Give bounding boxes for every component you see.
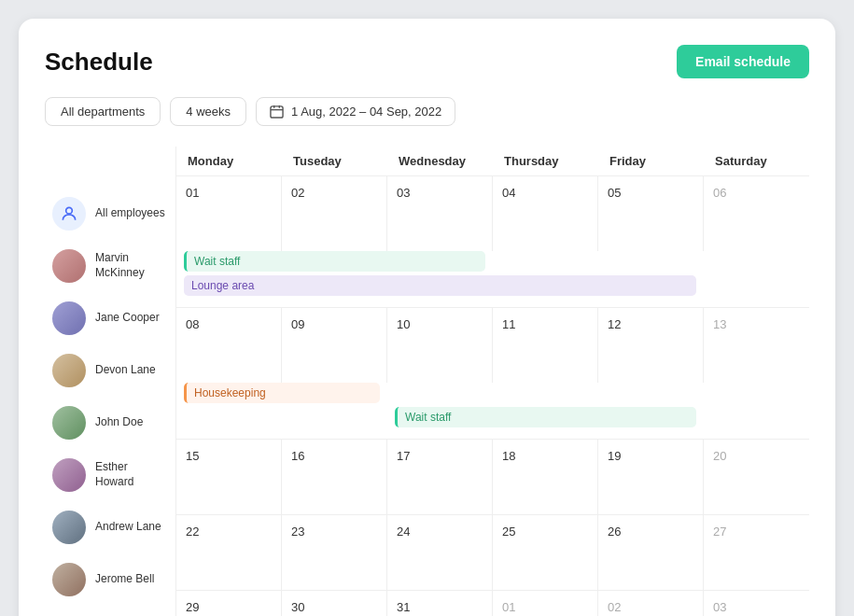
cell-aug-13: 13 bbox=[704, 308, 809, 383]
week2-events: Housekeeping Wait staff bbox=[176, 383, 809, 439]
event-wait-staff-w1[interactable]: Wait staff bbox=[176, 251, 493, 275]
day-header-tuesday: Tuseday bbox=[282, 147, 387, 175]
event-housekeeping[interactable]: Housekeeping bbox=[176, 383, 387, 407]
cell-aug-12: 12 bbox=[598, 308, 704, 383]
date-02: 02 bbox=[291, 186, 304, 200]
avatar-esther bbox=[52, 458, 86, 492]
date-06: 06 bbox=[713, 186, 726, 200]
date-10: 10 bbox=[397, 317, 410, 331]
name-marvin: Marvin McKinney bbox=[95, 251, 168, 280]
sidebar-item-jane[interactable]: Jane Cooper bbox=[45, 292, 175, 344]
cell-aug-04: 04 bbox=[493, 176, 598, 251]
cell-aug-24: 24 bbox=[387, 515, 493, 590]
date-25: 25 bbox=[502, 525, 515, 539]
date-11: 11 bbox=[502, 317, 515, 331]
employee-sidebar: All employees Marvin McKinney Jane Coope… bbox=[45, 147, 175, 616]
date-09: 09 bbox=[291, 317, 304, 331]
date-16: 16 bbox=[291, 449, 304, 463]
week1-events: Wait staff Lounge area bbox=[176, 251, 809, 307]
date-03: 03 bbox=[397, 186, 410, 200]
page-title: Schedule bbox=[45, 48, 153, 77]
filter-bar: All departments 4 weeks 1 Aug, 2022 – 04… bbox=[45, 97, 809, 126]
date-26: 26 bbox=[608, 525, 621, 539]
weeks-filter[interactable]: 4 weeks bbox=[170, 97, 246, 126]
name-esther: Esther Howard bbox=[95, 460, 168, 489]
date-19: 19 bbox=[608, 449, 621, 463]
date-20: 20 bbox=[713, 449, 726, 463]
cell-aug-15: 15 bbox=[176, 440, 282, 514]
date-range-label: 1 Aug, 2022 – 04 Sep, 2022 bbox=[291, 105, 441, 119]
sidebar-item-all[interactable]: All employees bbox=[45, 188, 175, 240]
day-header-monday: Monday bbox=[176, 147, 282, 175]
department-filter[interactable]: All departments bbox=[45, 97, 161, 126]
name-andrew: Andrew Lane bbox=[95, 520, 161, 535]
sidebar-item-john[interactable]: John Doe bbox=[45, 397, 175, 449]
date-13: 13 bbox=[713, 317, 726, 331]
cell-aug-23: 23 bbox=[282, 515, 387, 590]
svg-point-4 bbox=[66, 207, 73, 214]
day-header-thursday: Thursday bbox=[493, 147, 598, 175]
all-employees-label: All employees bbox=[95, 206, 165, 221]
avatar-jerome bbox=[52, 563, 86, 596]
event-lounge-area[interactable]: Lounge area bbox=[176, 275, 704, 300]
svg-rect-0 bbox=[271, 106, 283, 118]
cell-aug-06: 06 bbox=[704, 176, 809, 251]
calendar-header: Monday Tuseday Wednesday Thursday Friday… bbox=[176, 147, 809, 176]
cell-aug-11: 11 bbox=[493, 308, 598, 383]
cell-aug-03: 03 bbox=[387, 176, 493, 251]
cell-aug-27: 27 bbox=[704, 515, 809, 590]
week-row-1: 01 02 03 04 05 06 Wait staff Loun bbox=[176, 176, 809, 308]
avatar-andrew bbox=[52, 511, 86, 544]
date-08: 08 bbox=[186, 317, 199, 331]
sidebar-item-esther[interactable]: Esther Howard bbox=[45, 449, 175, 501]
week-row-2: 08 09 10 11 12 13 Housekeeping Wait staf… bbox=[176, 308, 809, 440]
date-24: 24 bbox=[397, 525, 410, 539]
cell-aug-29: 29 bbox=[176, 591, 282, 616]
cell-aug-05: 05 bbox=[598, 176, 704, 251]
week-row-4: 22 23 24 25 26 27 bbox=[176, 515, 809, 591]
date-27: 27 bbox=[713, 525, 726, 539]
date-18: 18 bbox=[502, 449, 515, 463]
sidebar-item-andrew[interactable]: Andrew Lane bbox=[45, 501, 175, 553]
cell-aug-16: 16 bbox=[282, 440, 387, 514]
cell-aug-22: 22 bbox=[176, 515, 282, 590]
name-devon: Devon Lane bbox=[95, 363, 156, 378]
sidebar-item-marvin[interactable]: Marvin McKinney bbox=[45, 240, 175, 292]
date-30: 30 bbox=[291, 600, 304, 614]
date-29: 29 bbox=[186, 600, 199, 614]
event-wait-staff-w2[interactable]: Wait staff bbox=[387, 407, 704, 431]
avatar-jane bbox=[52, 301, 86, 335]
cell-aug-25: 25 bbox=[493, 515, 598, 590]
day-header-friday: Friday bbox=[598, 147, 704, 175]
sidebar-item-jerome[interactable]: Jerome Bell bbox=[45, 553, 175, 606]
cell-sep-02: 02 bbox=[598, 591, 704, 616]
avatar-marvin bbox=[52, 249, 86, 283]
cell-aug-17: 17 bbox=[387, 440, 493, 514]
name-john: John Doe bbox=[95, 415, 143, 430]
day-header-wednesday: Wednesday bbox=[387, 147, 493, 175]
avatar-devon bbox=[52, 354, 86, 387]
date-04: 04 bbox=[502, 186, 515, 200]
all-employees-avatar bbox=[52, 197, 86, 231]
day-header-saturday: Saturday bbox=[704, 147, 809, 175]
email-schedule-button[interactable]: Email schedule bbox=[677, 45, 809, 78]
sidebar-item-devon[interactable]: Devon Lane bbox=[45, 344, 175, 397]
cell-aug-08: 08 bbox=[176, 308, 282, 383]
date-range-filter[interactable]: 1 Aug, 2022 – 04 Sep, 2022 bbox=[256, 97, 455, 126]
page-header: Schedule Email schedule bbox=[45, 45, 809, 78]
calendar-grid: Monday Tuseday Wednesday Thursday Friday… bbox=[175, 147, 809, 616]
date-12: 12 bbox=[608, 317, 621, 331]
date-01: 01 bbox=[186, 186, 199, 200]
cell-aug-02: 02 bbox=[282, 176, 387, 251]
cell-aug-01: 01 bbox=[176, 176, 282, 251]
cell-aug-10: 10 bbox=[387, 308, 493, 383]
cell-aug-19: 19 bbox=[598, 440, 704, 514]
date-sep03: 03 bbox=[713, 600, 726, 614]
cell-aug-20: 20 bbox=[704, 440, 809, 514]
event-label-wait-staff-w2: Wait staff bbox=[395, 407, 696, 427]
cell-aug-31: 31 bbox=[387, 591, 493, 616]
calendar-icon bbox=[270, 105, 284, 119]
week-row-3: 15 16 17 18 19 20 bbox=[176, 440, 809, 515]
date-17: 17 bbox=[397, 449, 410, 463]
cell-sep-03: 03 bbox=[704, 591, 809, 616]
